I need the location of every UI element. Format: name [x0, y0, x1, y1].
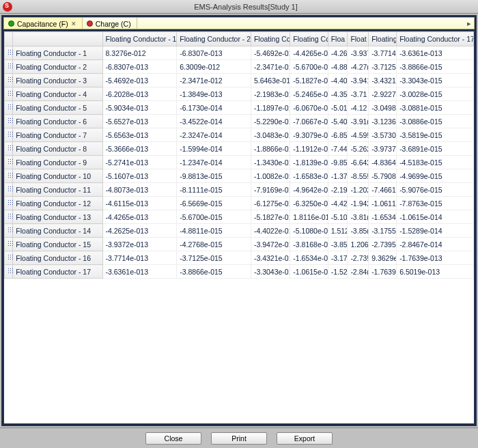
data-cell[interactable]: -4.59!: [348, 128, 369, 142]
data-cell[interactable]: -3.7714e: [369, 46, 397, 60]
data-cell[interactable]: -3.85: [328, 238, 348, 251]
table-row[interactable]: Floating Conductor - 12-4.6115e-013-6.56…: [5, 197, 474, 210]
data-cell[interactable]: 1.512: [328, 224, 348, 238]
row-drag-handle[interactable]: [5, 238, 13, 251]
data-cell[interactable]: -5.40: [328, 115, 348, 128]
row-header[interactable]: Floating Conductor - 4: [13, 87, 102, 101]
data-cell[interactable]: -3.4321e-01: [251, 251, 290, 265]
row-drag-handle[interactable]: [5, 210, 13, 224]
data-cell[interactable]: -3.9372e-013: [102, 238, 177, 251]
data-cell[interactable]: -1.1912e-01: [290, 142, 328, 156]
table-row[interactable]: Floating Conductor - 5-5.9034e-013-6.173…: [5, 101, 474, 115]
row-header[interactable]: Floating Conductor - 1: [13, 46, 102, 60]
data-cell[interactable]: -4.2768e-015: [177, 238, 251, 251]
data-cell[interactable]: -5.6700e-015: [177, 210, 251, 224]
row-header[interactable]: Floating Conductor - 13: [13, 210, 102, 224]
data-cell[interactable]: -1.1897e-01: [251, 101, 290, 115]
row-drag-handle[interactable]: [5, 251, 13, 265]
row-header[interactable]: Floating Conductor - 14: [13, 224, 102, 238]
data-cell[interactable]: -5.6700e-01: [290, 60, 328, 74]
data-cell[interactable]: -3.81(: [348, 210, 369, 224]
data-cell[interactable]: -3.0498e: [369, 101, 397, 115]
data-cell[interactable]: -4.88: [328, 60, 348, 74]
data-cell[interactable]: -5.262: [348, 142, 369, 156]
data-cell[interactable]: -1.7639e-013: [397, 251, 474, 265]
data-cell[interactable]: -1.3430e-01: [251, 156, 290, 169]
row-drag-handle[interactable]: [5, 46, 13, 60]
row-drag-handle[interactable]: [5, 169, 13, 183]
row-header[interactable]: Floating Conductor - 8: [13, 142, 102, 156]
data-cell[interactable]: -6.0670e-01: [290, 101, 328, 115]
row-drag-handle[interactable]: [5, 142, 13, 156]
data-cell[interactable]: -1.0615e-014: [397, 210, 474, 224]
data-cell[interactable]: -1.202: [348, 183, 369, 197]
data-cell[interactable]: -3.6891e-015: [397, 142, 474, 156]
data-cell[interactable]: -5.9076e-015: [397, 183, 474, 197]
row-header[interactable]: Floating Conductor - 5: [13, 101, 102, 115]
data-cell[interactable]: -1.0082e-01: [251, 169, 290, 183]
data-cell[interactable]: -2.9227e: [369, 87, 397, 101]
data-cell[interactable]: -4.40: [328, 74, 348, 87]
data-cell[interactable]: -1.52: [328, 265, 348, 279]
data-cell[interactable]: -3.0483e-01: [251, 128, 290, 142]
data-cell[interactable]: 1.206: [348, 238, 369, 251]
data-cell[interactable]: -5.6527e-013: [102, 115, 177, 128]
data-cell[interactable]: -3.8168e-01: [290, 238, 328, 251]
table-row[interactable]: Floating Conductor - 6-5.6527e-013-3.452…: [5, 115, 474, 128]
data-cell[interactable]: -3.7714e-013: [102, 251, 177, 265]
data-cell[interactable]: -5.01: [328, 101, 348, 115]
data-cell[interactable]: -3.0028e-015: [397, 87, 474, 101]
table-row[interactable]: Floating Conductor - 8-5.3666e-013-1.599…: [5, 142, 474, 156]
row-header[interactable]: Floating Conductor - 15: [13, 238, 102, 251]
data-cell[interactable]: -4.2625e-013: [102, 224, 177, 238]
data-cell[interactable]: -5.2290e-01: [251, 115, 290, 128]
data-cell[interactable]: -7.44: [328, 142, 348, 156]
data-cell[interactable]: -5.1080e-01: [290, 224, 328, 238]
row-drag-handle[interactable]: [5, 197, 13, 210]
data-cell[interactable]: -6.3250e-01: [290, 197, 328, 210]
data-cell[interactable]: -3.6361e-013: [397, 46, 474, 60]
data-cell[interactable]: 6.3009e-012: [177, 60, 251, 74]
close-icon[interactable]: ✕: [71, 20, 76, 27]
data-cell[interactable]: -6.8307e-013: [102, 60, 177, 74]
row-header[interactable]: Floating Conductor - 9: [13, 156, 102, 169]
row-drag-handle[interactable]: [5, 101, 13, 115]
tab-charge[interactable]: Charge (C): [83, 18, 137, 29]
data-cell[interactable]: 1.8116e-01: [290, 210, 328, 224]
tab-overflow-arrow[interactable]: ▸: [464, 18, 474, 29]
row-drag-handle[interactable]: [5, 128, 13, 142]
data-cell[interactable]: -2.73!: [348, 251, 369, 265]
row-drag-handle[interactable]: [5, 224, 13, 238]
data-cell[interactable]: -3.5730e: [369, 128, 397, 142]
data-cell[interactable]: -5.4692e-013: [102, 74, 177, 87]
row-header[interactable]: Floating Conductor - 2: [13, 60, 102, 74]
data-cell[interactable]: 5.6463e-01: [251, 74, 290, 87]
table-row[interactable]: Floating Conductor - 14-4.2625e-013-4.88…: [5, 224, 474, 238]
data-cell[interactable]: -2.3247e-014: [177, 128, 251, 142]
data-cell[interactable]: -5.2465e-01: [290, 87, 328, 101]
col-header[interactable]: Floating Conductor - 2: [177, 32, 251, 46]
data-cell[interactable]: -2.84(: [348, 265, 369, 279]
data-cell[interactable]: -5.7908e: [369, 169, 397, 183]
data-cell[interactable]: -1.7639e: [369, 265, 397, 279]
data-cell[interactable]: -1.942: [348, 197, 369, 210]
row-drag-handle[interactable]: [5, 183, 13, 197]
data-cell[interactable]: -5.1827e-01: [290, 74, 328, 87]
data-cell[interactable]: -8.1111e-015: [177, 183, 251, 197]
row-drag-handle[interactable]: [5, 87, 13, 101]
data-cell[interactable]: -2.3471e-012: [177, 74, 251, 87]
table-row[interactable]: Floating Conductor - 15-3.9372e-013-4.27…: [5, 238, 474, 251]
data-cell[interactable]: -3.7125e-015: [177, 251, 251, 265]
data-cell[interactable]: -3.3043e-01: [251, 265, 290, 279]
data-cell[interactable]: -3.17: [328, 251, 348, 265]
data-cell[interactable]: -4.4265e-01: [290, 46, 328, 60]
data-cell[interactable]: -3.4522e-014: [177, 115, 251, 128]
data-cell[interactable]: -5.10: [328, 210, 348, 224]
data-cell[interactable]: -4.9642e-01: [290, 183, 328, 197]
data-cell[interactable]: -7.4661e: [369, 183, 397, 197]
data-cell[interactable]: -9.3079e-01: [290, 128, 328, 142]
print-button[interactable]: Print: [211, 432, 267, 445]
data-cell[interactable]: -3.0886e-015: [397, 115, 474, 128]
data-cell[interactable]: -1.6534e: [369, 210, 397, 224]
col-header[interactable]: Float: [348, 32, 369, 46]
